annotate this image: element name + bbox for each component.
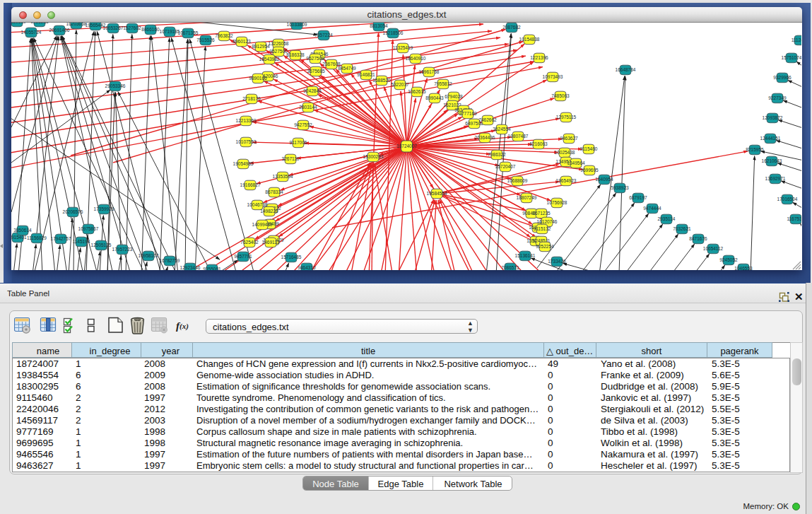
svg-text:8960123: 8960123 — [233, 39, 251, 44]
svg-text:8466160: 8466160 — [141, 27, 160, 32]
svg-text:20691406: 20691406 — [49, 28, 70, 33]
svg-text:20206576: 20206576 — [63, 209, 83, 214]
svg-text:2087682: 2087682 — [502, 25, 521, 30]
svg-text:8215955: 8215955 — [746, 147, 764, 152]
svg-text:2803144: 2803144 — [299, 105, 317, 110]
svg-text:11325419: 11325419 — [393, 45, 413, 50]
svg-text:10975867: 10975867 — [78, 226, 99, 231]
svg-text:9527500: 9527500 — [269, 49, 288, 54]
svg-text:7086571: 7086571 — [501, 265, 519, 270]
svg-text:9474444: 9474444 — [643, 206, 661, 211]
svg-text:10654112: 10654112 — [703, 246, 724, 251]
svg-text:29053346: 29053346 — [105, 83, 126, 88]
svg-text:9227349: 9227349 — [768, 95, 787, 100]
svg-text:3624554: 3624554 — [493, 127, 511, 132]
svg-text:19218506: 19218506 — [383, 30, 404, 35]
svg-text:7032621: 7032621 — [673, 226, 691, 231]
svg-text:2339130: 2339130 — [11, 23, 26, 24]
svg-text:15720407: 15720407 — [495, 164, 516, 169]
svg-text:10756928: 10756928 — [547, 200, 567, 205]
svg-text:7485063: 7485063 — [551, 93, 570, 98]
svg-text:6879197: 6879197 — [629, 195, 647, 200]
svg-text:19054985: 19054985 — [233, 161, 254, 166]
svg-text:1527602: 1527602 — [123, 25, 141, 30]
svg-text:1588520: 1588520 — [372, 78, 391, 83]
svg-text:13353594: 13353594 — [273, 174, 293, 179]
svg-text:10671355: 10671355 — [178, 30, 199, 35]
svg-text:8186328: 8186328 — [286, 52, 305, 57]
svg-text:3267110: 3267110 — [282, 156, 300, 161]
svg-text:9146821: 9146821 — [357, 72, 375, 77]
svg-text:18724007: 18724007 — [396, 144, 417, 148]
svg-text:15716485: 15716485 — [281, 255, 302, 259]
svg-text:9355061: 9355061 — [203, 267, 221, 270]
svg-text:1362615: 1362615 — [408, 89, 426, 94]
svg-text:17359928: 17359928 — [94, 206, 114, 211]
svg-text:9329966: 9329966 — [773, 75, 792, 80]
svg-text:8678334: 8678334 — [265, 189, 283, 194]
svg-text:10807487: 10807487 — [508, 134, 529, 139]
svg-text:17016504: 17016504 — [777, 197, 798, 201]
svg-text:1046553: 1046553 — [734, 266, 753, 270]
svg-text:9117006: 9117006 — [290, 140, 307, 145]
svg-text:8671235: 8671235 — [532, 211, 551, 216]
svg-text:10719185: 10719185 — [160, 29, 180, 34]
svg-text:10973493: 10973493 — [543, 74, 563, 79]
svg-text:6216063: 6216063 — [529, 141, 548, 146]
svg-text:9427552: 9427552 — [294, 122, 312, 127]
svg-text:15136141: 15136141 — [515, 253, 536, 258]
svg-text:2718176: 2718176 — [242, 96, 261, 101]
svg-text:16648784: 16648784 — [616, 67, 636, 72]
svg-text:16033809: 16033809 — [287, 23, 307, 27]
svg-text:1112404: 1112404 — [792, 37, 801, 42]
svg-text:2935114: 2935114 — [658, 216, 676, 221]
svg-text:13226058: 13226058 — [269, 41, 289, 46]
svg-text:14099489: 14099489 — [252, 222, 273, 227]
svg-text:9242848: 9242848 — [303, 88, 322, 93]
svg-text:12975115: 12975115 — [556, 115, 577, 119]
svg-text:3675685: 3675685 — [307, 69, 325, 74]
svg-text:9245052: 9245052 — [719, 257, 738, 262]
svg-text:18807249: 18807249 — [517, 195, 537, 200]
svg-text:1145194: 1145194 — [73, 239, 90, 244]
svg-text:9527508: 9527508 — [306, 56, 324, 61]
svg-text:(x): (x) — [180, 322, 189, 331]
svg-text:12444151: 12444151 — [760, 136, 781, 141]
svg-text:5322037: 5322037 — [391, 82, 409, 87]
svg-text:16203658: 16203658 — [66, 23, 87, 26]
svg-text:8912954: 8912954 — [252, 44, 270, 49]
svg-text:8454749: 8454749 — [338, 66, 356, 71]
svg-text:14055724: 14055724 — [21, 30, 42, 35]
svg-text:17957223: 17957223 — [112, 247, 133, 252]
svg-text:16961758: 16961758 — [419, 69, 440, 74]
svg-text:9699695: 9699695 — [580, 168, 599, 173]
svg-text:11156829: 11156829 — [27, 235, 47, 240]
svg-text:10958107: 10958107 — [139, 253, 159, 258]
svg-text:10046738: 10046738 — [247, 202, 268, 207]
svg-text:15300293: 15300293 — [363, 154, 384, 159]
svg-text:6794028: 6794028 — [445, 94, 463, 99]
svg-text:13692971: 13692971 — [765, 176, 786, 181]
svg-text:3850614: 3850614 — [13, 228, 32, 233]
svg-text:18640910: 18640910 — [406, 56, 426, 61]
svg-text:3915401: 3915401 — [11, 235, 27, 240]
svg-text:10154838: 10154838 — [519, 37, 540, 42]
svg-text:1986238: 1986238 — [30, 23, 49, 24]
svg-text:1498226: 1498226 — [260, 209, 278, 214]
svg-text:12213369: 12213369 — [236, 118, 257, 123]
svg-text:8471676: 8471676 — [689, 236, 707, 241]
svg-text:9115132: 9115132 — [534, 226, 551, 231]
svg-text:7955812: 7955812 — [434, 81, 452, 86]
svg-text:12093872: 12093872 — [763, 115, 783, 120]
svg-text:7963822: 7963822 — [215, 33, 233, 38]
svg-text:7515526: 7515526 — [196, 37, 215, 42]
svg-text:16782759: 16782759 — [160, 258, 180, 263]
svg-text:10107553: 10107553 — [236, 139, 257, 144]
svg-text:10688609: 10688609 — [507, 178, 528, 183]
svg-text:1349564: 1349564 — [567, 160, 585, 165]
svg-text:9890166: 9890166 — [249, 76, 267, 81]
svg-text:5938923: 5938923 — [611, 185, 629, 190]
svg-text:9115460: 9115460 — [580, 146, 598, 151]
svg-text:9252254: 9252254 — [536, 244, 554, 249]
svg-text:9464310: 9464310 — [298, 265, 316, 270]
